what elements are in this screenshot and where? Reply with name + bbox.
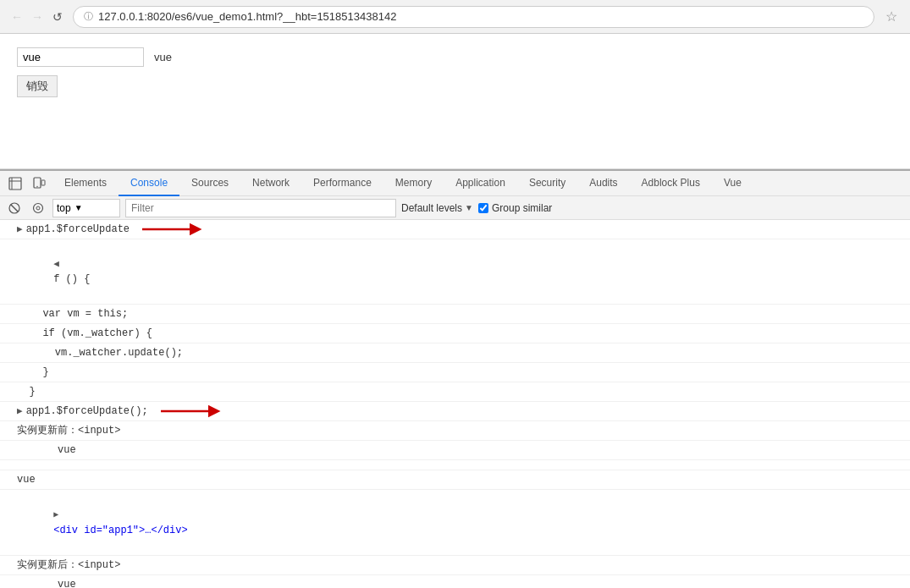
list-item: vue [0, 441, 910, 460]
tab-elements[interactable]: Elements [52, 171, 119, 196]
tab-performance[interactable]: Performance [301, 171, 383, 196]
list-item: vue [0, 575, 910, 588]
expand-arrow-icon: ▶ [17, 404, 23, 419]
group-similar-text: Group similar [492, 202, 552, 214]
tab-adblock[interactable]: Adblock Plus [630, 171, 712, 196]
console-output: ▶ app1.$forceUpdate ◀ f () { var vm = th… [0, 220, 910, 588]
url-text: 127.0.0.1:8020/es6/vue_demo1.html?__hbt=… [98, 10, 396, 23]
tab-network[interactable]: Network [240, 171, 301, 196]
levels-dropdown-arrow-icon: ▼ [465, 203, 473, 212]
browser-chrome: ← → ↺ ⓘ 127.0.0.1:8020/es6/vue_demo1.htm… [0, 0, 910, 34]
entry-text: app1.$forceUpdate [26, 222, 130, 237]
expand-arrow-icon: ▶ [17, 222, 23, 237]
group-similar-checkbox[interactable] [478, 203, 488, 213]
expand-arrow-icon: ◀ [53, 259, 59, 269]
back-button[interactable]: ← [8, 8, 25, 25]
vue-input[interactable] [17, 47, 144, 67]
list-item: vm._watcher.update(); [0, 343, 910, 363]
tab-console[interactable]: Console [119, 171, 179, 196]
svg-point-9 [36, 206, 40, 210]
device-toolbar-button[interactable] [29, 173, 49, 194]
svg-line-7 [11, 205, 18, 212]
tab-security[interactable]: Security [517, 171, 577, 196]
group-similar-label: Group similar [478, 202, 552, 214]
dom-link[interactable]: <div id="app1">…</div> [53, 525, 187, 536]
context-selector[interactable]: top ▼ [52, 199, 120, 217]
list-item: } [0, 363, 910, 382]
list-item[interactable]: ▶ app1.$forceUpdate(); [0, 402, 910, 421]
filter-input[interactable] [125, 199, 396, 217]
tab-sources[interactable]: Sources [179, 171, 240, 196]
tab-memory[interactable]: Memory [383, 171, 444, 196]
list-item: ◀ f () { [0, 239, 910, 305]
top-label: top [57, 202, 71, 214]
entry-text: app1.$forceUpdate(); [26, 404, 148, 419]
svg-rect-4 [41, 180, 45, 185]
tab-vue[interactable]: Vue [712, 171, 753, 196]
filter-icon-button[interactable] [29, 199, 47, 217]
red-arrow-icon [138, 223, 206, 236]
list-item[interactable]: ▶ app1.$forceUpdate [0, 220, 910, 239]
tab-audits[interactable]: Audits [577, 171, 629, 196]
svg-point-5 [36, 185, 37, 186]
tab-application[interactable]: Application [444, 171, 517, 196]
list-item: vue [0, 470, 910, 490]
input-row: vue [17, 47, 893, 67]
list-item: 实例更新后：<input> [0, 556, 910, 575]
reload-button[interactable]: ↺ [49, 8, 66, 25]
bookmark-button[interactable]: ☆ [881, 7, 902, 27]
list-item: 实例更新前：<input> [0, 421, 910, 441]
expand-icon: ▶ [53, 510, 63, 519]
dropdown-arrow-icon: ▼ [74, 203, 83, 212]
devtools-panel: Elements Console Sources Network Perform… [0, 169, 910, 588]
list-item[interactable]: ▶ <div id="app1">…</div> [0, 490, 910, 556]
list-item: if (vm._watcher) { [0, 324, 910, 343]
list-item: var vm = this; [0, 305, 910, 324]
list-item: } [0, 382, 910, 402]
vue-label: vue [154, 51, 172, 63]
lock-icon: ⓘ [84, 10, 93, 23]
red-arrow-icon [157, 404, 224, 418]
nav-buttons: ← → ↺ [8, 8, 66, 25]
svg-rect-0 [9, 178, 21, 190]
clear-console-button[interactable] [5, 199, 24, 217]
svg-point-8 [34, 203, 43, 212]
page-content: vue 销毁 [0, 34, 910, 169]
devtools-tabs: Elements Console Sources Network Perform… [52, 171, 905, 196]
default-levels-dropdown[interactable]: Default levels ▼ [401, 202, 473, 214]
address-bar[interactable]: ⓘ 127.0.0.1:8020/es6/vue_demo1.html?__hb… [73, 6, 874, 28]
devtools-tabs-bar: Elements Console Sources Network Perform… [0, 171, 910, 196]
forward-button[interactable]: → [29, 8, 46, 25]
inspect-element-button[interactable] [5, 173, 25, 194]
default-levels-label: Default levels [401, 202, 462, 214]
list-item [0, 460, 910, 470]
console-toolbar: top ▼ Default levels ▼ Group similar [0, 196, 910, 220]
destroy-button[interactable]: 销毁 [17, 75, 58, 97]
